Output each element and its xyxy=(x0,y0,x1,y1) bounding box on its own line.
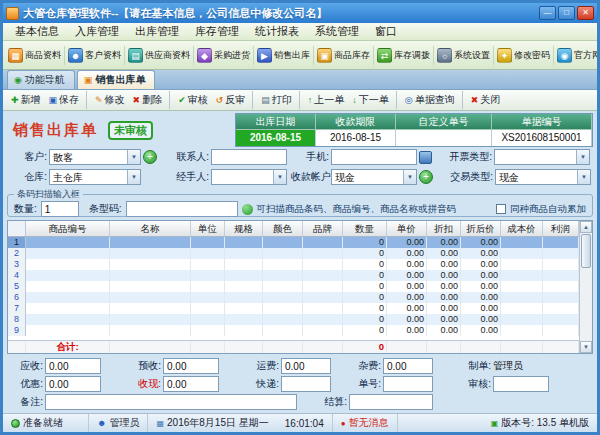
settle-input[interactable] xyxy=(349,394,433,410)
toolbar-button[interactable]: ☻ 客户资料 xyxy=(65,46,125,65)
minimize-button[interactable]: — xyxy=(539,6,556,20)
action-button[interactable]: ✖ 关闭 xyxy=(467,91,505,109)
cell-discounted-price[interactable]: 0.00 xyxy=(461,281,501,292)
column-header[interactable]: 单位 xyxy=(191,221,225,236)
toolbar-button[interactable]: ☼ 系统设置 xyxy=(434,46,494,65)
cell-cost-price[interactable] xyxy=(501,259,543,270)
cell-unit[interactable] xyxy=(191,325,225,336)
cell-unit-price[interactable]: 0.00 xyxy=(387,270,427,281)
outbound-date-value[interactable]: 2016-08-15 xyxy=(236,130,316,146)
cell-spec[interactable] xyxy=(225,292,263,303)
cell-cost-price[interactable] xyxy=(501,248,543,259)
cell-cost-price[interactable] xyxy=(501,281,543,292)
cell-profit[interactable] xyxy=(543,259,579,270)
cell-profit[interactable] xyxy=(543,325,579,336)
cell-spec[interactable] xyxy=(225,248,263,259)
cell-profit[interactable] xyxy=(543,237,579,248)
cell-product-code[interactable] xyxy=(26,237,110,248)
tab-function-nav[interactable]: ◉ 功能导航 xyxy=(7,70,75,89)
scroll-up-icon[interactable]: ▲ xyxy=(580,221,592,233)
cell-brand[interactable] xyxy=(303,314,343,325)
cell-cost-price[interactable] xyxy=(501,303,543,314)
cell-discounted-price[interactable]: 0.00 xyxy=(461,237,501,248)
cell-unit[interactable] xyxy=(191,259,225,270)
auditor-input[interactable] xyxy=(493,376,549,392)
cell-discount[interactable]: 0.00 xyxy=(427,325,461,336)
table-row[interactable]: 4 0 0.00 0.00 0.00 xyxy=(8,270,579,281)
cell-unit-price[interactable]: 0.00 xyxy=(387,259,427,270)
cell-discount[interactable]: 0.00 xyxy=(427,314,461,325)
discount-input[interactable] xyxy=(45,376,101,392)
toolbar-button[interactable]: ✦ 修改密码 xyxy=(494,46,554,65)
add-account-button[interactable]: + xyxy=(419,170,433,184)
cell-brand[interactable] xyxy=(303,281,343,292)
doc-no-value[interactable]: XS201608150001 xyxy=(492,130,592,146)
toolbar-button[interactable]: ▣ 商品库存 xyxy=(314,46,374,65)
toolbar-button[interactable]: ▶ 销售出库 xyxy=(254,46,314,65)
cell-color[interactable] xyxy=(263,281,303,292)
chevron-down-icon[interactable]: ▼ xyxy=(127,170,140,184)
action-button[interactable]: ↺ 反审 xyxy=(212,91,254,109)
maximize-button[interactable]: □ xyxy=(558,6,575,20)
toolbar-button[interactable]: ⇄ 库存调拨 xyxy=(374,46,434,65)
cell-product-name[interactable] xyxy=(110,259,191,270)
cell-discounted-price[interactable]: 0.00 xyxy=(461,270,501,281)
cell-cost-price[interactable] xyxy=(501,325,543,336)
cell-profit[interactable] xyxy=(543,314,579,325)
cell-quantity[interactable]: 0 xyxy=(343,303,387,314)
cell-product-code[interactable] xyxy=(26,292,110,303)
toolbar-button[interactable]: ▤ 供应商资料 xyxy=(125,46,194,65)
cell-color[interactable] xyxy=(263,259,303,270)
cell-product-name[interactable] xyxy=(110,248,191,259)
custom-no-value[interactable] xyxy=(396,130,492,146)
menu-item[interactable]: 基本信息 xyxy=(7,23,67,40)
cell-quantity[interactable]: 0 xyxy=(343,237,387,248)
cell-discount[interactable]: 0.00 xyxy=(427,270,461,281)
cell-color[interactable] xyxy=(263,303,303,314)
cell-product-name[interactable] xyxy=(110,237,191,248)
action-button[interactable]: ↓ 下一单 xyxy=(348,91,397,109)
cell-color[interactable] xyxy=(263,314,303,325)
cell-cost-price[interactable] xyxy=(501,292,543,303)
cell-product-name[interactable] xyxy=(110,314,191,325)
column-header[interactable]: 单价 xyxy=(387,221,427,236)
cell-quantity[interactable]: 0 xyxy=(343,325,387,336)
cell-spec[interactable] xyxy=(225,303,263,314)
cell-quantity[interactable]: 0 xyxy=(343,248,387,259)
scan-qty-input[interactable] xyxy=(41,201,79,217)
barcode-input[interactable] xyxy=(126,201,238,217)
table-row[interactable]: 3 0 0.00 0.00 0.00 xyxy=(8,259,579,270)
cell-unit[interactable] xyxy=(191,314,225,325)
cell-cost-price[interactable] xyxy=(501,237,543,248)
menu-item[interactable]: 系统管理 xyxy=(307,23,367,40)
toolbar-button[interactable]: ◉ 官方网站 xyxy=(554,46,600,65)
express-input[interactable] xyxy=(281,376,331,392)
cell-brand[interactable] xyxy=(303,292,343,303)
cell-discount[interactable]: 0.00 xyxy=(427,237,461,248)
invoice-type-combo[interactable]: ▼ xyxy=(494,149,590,165)
cell-discounted-price[interactable]: 0.00 xyxy=(461,303,501,314)
cell-spec[interactable] xyxy=(225,314,263,325)
column-header[interactable]: 利润 xyxy=(543,221,579,236)
cell-brand[interactable] xyxy=(303,303,343,314)
scrollbar-thumb[interactable] xyxy=(581,234,591,268)
cell-quantity[interactable]: 0 xyxy=(343,281,387,292)
freight-input[interactable] xyxy=(281,358,331,374)
trade-type-combo[interactable]: 现金 ▼ xyxy=(495,169,591,185)
column-header[interactable]: 名称 xyxy=(110,221,191,236)
table-row[interactable]: 7 0 0.00 0.00 0.00 xyxy=(8,303,579,314)
account-combo[interactable]: 现金 ▼ xyxy=(331,169,417,185)
table-row[interactable]: 8 0 0.00 0.00 0.00 xyxy=(8,314,579,325)
chevron-down-icon[interactable]: ▼ xyxy=(273,170,286,184)
chevron-down-icon[interactable]: ▼ xyxy=(576,150,589,164)
cell-discounted-price[interactable]: 0.00 xyxy=(461,259,501,270)
cell-brand[interactable] xyxy=(303,237,343,248)
cell-brand[interactable] xyxy=(303,270,343,281)
express-no-input[interactable] xyxy=(383,376,433,392)
prepaid-input[interactable] xyxy=(163,358,219,374)
cell-unit-price[interactable]: 0.00 xyxy=(387,325,427,336)
message-segment[interactable]: ● 暂无消息 xyxy=(333,414,398,432)
menu-item[interactable]: 库存管理 xyxy=(187,23,247,40)
cell-unit-price[interactable]: 0.00 xyxy=(387,292,427,303)
cell-spec[interactable] xyxy=(225,325,263,336)
